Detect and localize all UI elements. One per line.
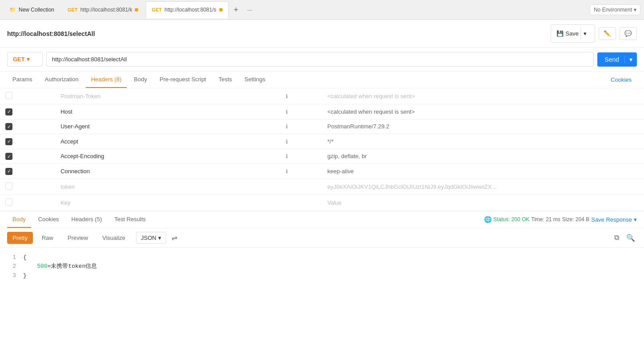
copy-icon[interactable]: ⧉ — [612, 232, 621, 243]
search-icon[interactable]: 🔍 — [624, 232, 637, 244]
row-checkbox-6[interactable] — [5, 168, 12, 175]
info-icon-3: ℹ — [280, 119, 322, 134]
tab-bar: 📁 New Collection GET http://localhost:80… — [0, 0, 644, 20]
row-checkbox-cell-5[interactable] — [0, 149, 55, 164]
add-tab-button[interactable]: + — [230, 4, 242, 16]
header-key-6: Connection — [55, 164, 280, 179]
line-number-1: 1 — [7, 253, 16, 262]
row-checkbox-cell-4[interactable] — [0, 134, 55, 149]
placeholder-value[interactable]: Value — [322, 195, 644, 211]
url-input[interactable] — [46, 52, 594, 67]
format-bar: Pretty Raw Preview Visualize JSON ▾ ⇌ ⧉ … — [0, 228, 644, 248]
response-size: Size: 204 B — [562, 216, 589, 223]
info-icon-2: ℹ — [280, 104, 322, 119]
table-row: Connection ℹ keep-alive — [0, 164, 644, 179]
wrap-icon[interactable]: ⇌ — [172, 234, 177, 242]
tab-body[interactable]: Body — [128, 72, 152, 88]
table-row-placeholder: Key Value — [0, 195, 644, 211]
response-area: Body Cookies Headers (5) Test Results 🌐 … — [0, 211, 644, 286]
tab-params[interactable]: Params — [7, 72, 38, 88]
row-checkbox-3[interactable] — [5, 123, 12, 130]
more-tabs-button[interactable]: ··· — [244, 4, 256, 15]
code-line-2: 2 500=未携带token信息 — [7, 262, 637, 271]
fmt-tab-raw[interactable]: Raw — [36, 232, 59, 244]
tab-collection-label: New Collection — [19, 7, 54, 13]
save-response-label: Save Response — [591, 216, 632, 223]
line-content-1: { — [23, 253, 27, 262]
save-icon: 💾 — [556, 30, 564, 37]
row-checkbox-cell-7[interactable] — [0, 179, 55, 195]
row-checkbox-cell-6[interactable] — [0, 164, 55, 179]
line-number-2: 2 — [7, 262, 16, 271]
save-button[interactable]: 💾 Save ▾ — [551, 24, 595, 43]
response-key: 500 — [37, 263, 47, 270]
fmt-tab-visualize[interactable]: Visualize — [97, 232, 131, 244]
response-tabs-bar: Body Cookies Headers (5) Test Results 🌐 … — [0, 211, 644, 228]
header-value-4: */* — [322, 134, 644, 149]
placeholder-key[interactable]: Key — [55, 195, 280, 211]
header-key-4: Accept — [55, 134, 280, 149]
info-icon-6: ℹ — [280, 164, 322, 179]
resp-tab-body[interactable]: Body — [7, 211, 31, 228]
method-value: GET — [13, 56, 25, 63]
comment-button[interactable]: 💬 — [620, 27, 637, 40]
unsaved-dot-1 — [135, 8, 138, 12]
line-content-2: 500=未携带token信息 — [23, 262, 97, 271]
globe-icon: 🌐 — [484, 216, 492, 223]
headers-table: Postman-Token ℹ <calculated when request… — [0, 88, 644, 211]
row-checkbox-2[interactable] — [5, 108, 12, 115]
table-row: User-Agent ℹ PostmanRuntime/7.29.2 — [0, 119, 644, 134]
code-line-3: 3 } — [7, 271, 637, 281]
header-key-3: User-Agent — [55, 119, 280, 134]
header-key-7: token — [55, 179, 280, 195]
tab-request-2[interactable]: GET http://localhost:8081/s — [146, 1, 228, 18]
placeholder-checkbox-cell[interactable] — [0, 195, 55, 211]
send-arrow[interactable]: ▾ — [624, 56, 637, 63]
response-time: Time: 21 ms — [531, 216, 560, 223]
placeholder-checkbox[interactable] — [5, 199, 12, 206]
tab-settings[interactable]: Settings — [239, 72, 271, 88]
row-checkbox-5[interactable] — [5, 153, 12, 160]
json-format-label: JSON — [141, 235, 156, 241]
save-arrow[interactable]: ▾ — [580, 28, 589, 40]
row-checkbox-cell-3[interactable] — [0, 119, 55, 134]
send-label: Send — [604, 56, 624, 63]
resp-tab-headers[interactable]: Headers (5) — [66, 211, 108, 228]
row-checkbox-1[interactable] — [5, 92, 12, 99]
tab-authorization[interactable]: Authorization — [40, 72, 84, 88]
tab-collection[interactable]: 📁 New Collection — [4, 1, 60, 18]
send-button[interactable]: Send ▾ — [597, 52, 637, 67]
request-row: GET ▾ Send ▾ — [0, 48, 644, 72]
tab-url-1: http://localhost:8081/k — [80, 7, 132, 13]
address-bar: http://localhost:8081/selectAll 💾 Save ▾… — [0, 20, 644, 48]
method-badge-2: GET — [152, 7, 162, 12]
environment-selector[interactable]: No Environment ▾ — [590, 4, 640, 15]
row-checkbox-cell-2[interactable] — [0, 104, 55, 119]
json-format-selector[interactable]: JSON ▾ — [136, 232, 166, 244]
fmt-tab-pretty[interactable]: Pretty — [7, 232, 33, 244]
tab-url-2: http://localhost:8081/s — [164, 7, 216, 13]
save-label: Save — [565, 30, 579, 37]
row-checkbox-4[interactable] — [5, 138, 12, 145]
resp-tab-cookies[interactable]: Cookies — [33, 211, 64, 228]
cookies-link[interactable]: Cookies — [605, 72, 637, 88]
resp-tab-test-results[interactable]: Test Results — [109, 211, 151, 228]
tab-tests[interactable]: Tests — [213, 72, 237, 88]
method-selector[interactable]: GET ▾ — [7, 52, 43, 67]
tab-headers[interactable]: Headers (8) — [86, 72, 127, 88]
edit-button[interactable]: ✏️ — [599, 27, 616, 40]
table-row: Postman-Token ℹ <calculated when request… — [0, 88, 644, 104]
response-code-area: 1 { 2 500=未携带token信息 3 } — [0, 248, 644, 286]
request-tabs: Params Authorization Headers (8) Body Pr… — [0, 72, 644, 88]
header-value-7: eyJ0eXAiOiJKV1QiLCJhbGciOiJIUzI1NiJ9.eyJ… — [322, 179, 644, 195]
table-row: Accept-Encoding ℹ gzip, deflate, br — [0, 149, 644, 164]
method-badge-1: GET — [68, 7, 78, 12]
tab-prerequest[interactable]: Pre-request Script — [154, 72, 212, 88]
unsaved-dot-2 — [219, 8, 223, 12]
row-checkbox-7[interactable] — [5, 183, 12, 190]
save-response-button[interactable]: Save Response ▾ — [591, 216, 637, 223]
env-chevron-icon: ▾ — [634, 7, 636, 13]
fmt-tab-preview[interactable]: Preview — [62, 232, 93, 244]
tab-request-1[interactable]: GET http://localhost:8081/k — [62, 1, 144, 18]
row-checkbox-cell-1[interactable] — [0, 88, 55, 104]
